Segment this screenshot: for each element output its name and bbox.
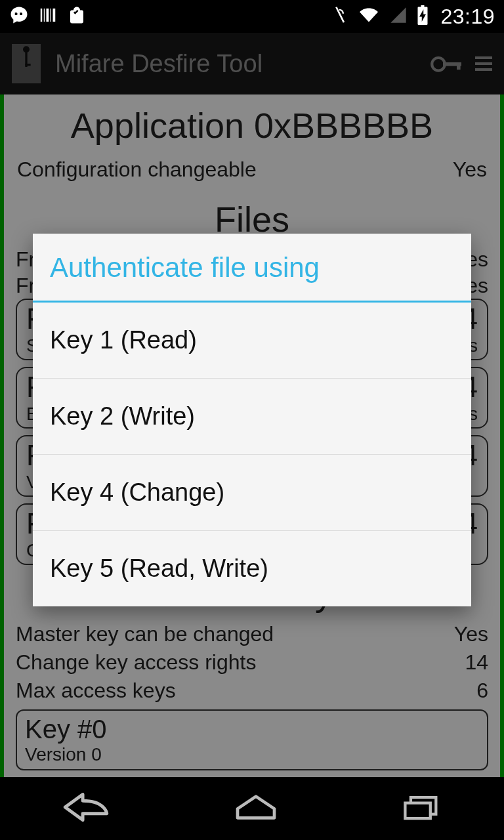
barcode-icon bbox=[38, 5, 58, 28]
dialog-option-key4[interactable]: Key 4 (Change) bbox=[33, 455, 471, 531]
recents-button[interactable] bbox=[401, 793, 443, 824]
hangouts-icon bbox=[9, 5, 29, 28]
battery-charging-icon bbox=[417, 5, 429, 28]
status-time: 23:19 bbox=[440, 5, 495, 29]
home-button[interactable] bbox=[233, 793, 279, 824]
back-button[interactable] bbox=[61, 793, 111, 824]
svg-rect-7 bbox=[405, 803, 430, 818]
vibrate-icon bbox=[330, 6, 348, 27]
dialog-option-key1[interactable]: Key 1 (Read) bbox=[33, 303, 471, 379]
wifi-icon bbox=[358, 6, 380, 27]
dialog-title: Authenticate file using bbox=[33, 234, 471, 301]
auth-dialog: Authenticate file using Key 1 (Read) Key… bbox=[33, 234, 471, 606]
signal-icon bbox=[389, 6, 408, 27]
navigation-bar bbox=[0, 777, 504, 840]
shopping-icon bbox=[67, 5, 87, 28]
status-bar: 23:19 bbox=[0, 0, 504, 33]
dialog-option-key2[interactable]: Key 2 (Write) bbox=[33, 379, 471, 455]
dialog-option-key5[interactable]: Key 5 (Read, Write) bbox=[33, 531, 471, 606]
